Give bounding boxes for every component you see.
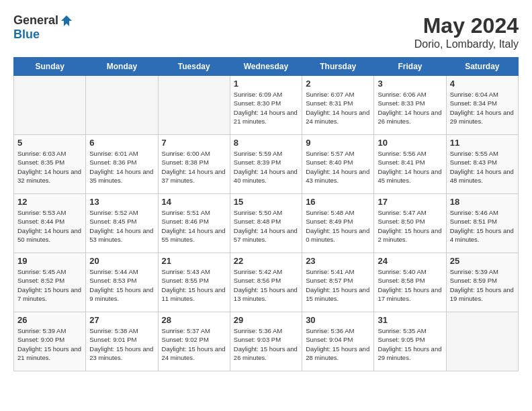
logo-icon (60, 14, 73, 28)
calendar-cell: 17Sunrise: 5:47 AM Sunset: 8:50 PM Dayli… (374, 194, 446, 253)
day-number: 30 (306, 315, 370, 325)
calendar-cell: 26Sunrise: 5:39 AM Sunset: 9:00 PM Dayli… (14, 312, 86, 371)
calendar-cell: 19Sunrise: 5:45 AM Sunset: 8:52 PM Dayli… (14, 253, 86, 312)
svg-marker-0 (61, 15, 72, 26)
location-title: Dorio, Lombardy, Italy (414, 38, 519, 50)
calendar-week-row: 26Sunrise: 5:39 AM Sunset: 9:00 PM Dayli… (14, 312, 519, 371)
calendar-cell: 10Sunrise: 5:56 AM Sunset: 8:41 PM Dayli… (374, 135, 446, 194)
calendar-week-row: 19Sunrise: 5:45 AM Sunset: 8:52 PM Dayli… (14, 253, 519, 312)
day-number: 11 (450, 138, 515, 148)
day-number: 22 (234, 256, 298, 266)
day-info: Sunrise: 5:51 AM Sunset: 8:46 PM Dayligh… (162, 208, 226, 244)
day-info: Sunrise: 5:52 AM Sunset: 8:45 PM Dayligh… (89, 208, 154, 244)
day-number: 31 (378, 315, 442, 325)
day-info: Sunrise: 5:53 AM Sunset: 8:44 PM Dayligh… (17, 208, 82, 244)
day-info: Sunrise: 5:39 AM Sunset: 9:00 PM Dayligh… (17, 326, 82, 362)
calendar-cell: 31Sunrise: 5:35 AM Sunset: 9:05 PM Dayli… (374, 312, 446, 371)
day-number: 18 (450, 197, 515, 207)
day-info: Sunrise: 5:36 AM Sunset: 9:03 PM Dayligh… (234, 326, 298, 362)
calendar-cell: 9Sunrise: 5:57 AM Sunset: 8:40 PM Daylig… (302, 135, 374, 194)
day-number: 6 (89, 138, 154, 148)
day-info: Sunrise: 5:37 AM Sunset: 9:02 PM Dayligh… (162, 326, 226, 362)
calendar-cell: 3Sunrise: 6:06 AM Sunset: 8:33 PM Daylig… (374, 76, 446, 135)
day-info: Sunrise: 5:55 AM Sunset: 8:43 PM Dayligh… (450, 149, 515, 185)
day-info: Sunrise: 5:48 AM Sunset: 8:49 PM Dayligh… (306, 208, 370, 244)
day-info: Sunrise: 5:50 AM Sunset: 8:48 PM Dayligh… (234, 208, 298, 244)
day-number: 25 (450, 256, 515, 266)
day-info: Sunrise: 6:03 AM Sunset: 8:35 PM Dayligh… (17, 149, 82, 185)
weekday-header-sunday: Sunday (14, 58, 86, 76)
calendar-week-row: 5Sunrise: 6:03 AM Sunset: 8:35 PM Daylig… (14, 135, 519, 194)
calendar-cell: 27Sunrise: 5:38 AM Sunset: 9:01 PM Dayli… (86, 312, 158, 371)
title-area: May 2024 Dorio, Lombardy, Italy (414, 13, 519, 50)
logo-general: General (13, 13, 58, 28)
calendar-week-row: 1Sunrise: 6:09 AM Sunset: 8:30 PM Daylig… (14, 76, 519, 135)
calendar-cell: 29Sunrise: 5:36 AM Sunset: 9:03 PM Dayli… (230, 312, 302, 371)
day-info: Sunrise: 5:45 AM Sunset: 8:52 PM Dayligh… (17, 267, 82, 303)
calendar-cell: 30Sunrise: 5:36 AM Sunset: 9:04 PM Dayli… (302, 312, 374, 371)
calendar-table: SundayMondayTuesdayWednesdayThursdayFrid… (13, 57, 519, 371)
calendar-cell: 2Sunrise: 6:07 AM Sunset: 8:31 PM Daylig… (302, 76, 374, 135)
weekday-header-thursday: Thursday (302, 58, 374, 76)
day-number: 21 (162, 256, 226, 266)
logo-blue: Blue (13, 28, 40, 41)
calendar-cell: 22Sunrise: 5:42 AM Sunset: 8:56 PM Dayli… (230, 253, 302, 312)
calendar-cell: 4Sunrise: 6:04 AM Sunset: 8:34 PM Daylig… (446, 76, 518, 135)
day-info: Sunrise: 5:46 AM Sunset: 8:51 PM Dayligh… (450, 208, 515, 244)
day-info: Sunrise: 5:43 AM Sunset: 8:55 PM Dayligh… (162, 267, 226, 303)
logo: General Blue (13, 13, 73, 42)
page-header: General Blue May 2024 Dorio, Lombardy, I… (13, 13, 519, 50)
calendar-cell: 23Sunrise: 5:41 AM Sunset: 8:57 PM Dayli… (302, 253, 374, 312)
day-number: 8 (234, 138, 298, 148)
day-number: 19 (17, 256, 82, 266)
day-info: Sunrise: 6:07 AM Sunset: 8:31 PM Dayligh… (306, 90, 370, 126)
day-number: 28 (162, 315, 226, 325)
day-info: Sunrise: 6:04 AM Sunset: 8:34 PM Dayligh… (450, 90, 515, 126)
day-number: 9 (306, 138, 370, 148)
day-number: 2 (306, 79, 370, 89)
day-info: Sunrise: 6:01 AM Sunset: 8:36 PM Dayligh… (89, 149, 154, 185)
calendar-cell: 13Sunrise: 5:52 AM Sunset: 8:45 PM Dayli… (86, 194, 158, 253)
day-info: Sunrise: 5:41 AM Sunset: 8:57 PM Dayligh… (306, 267, 370, 303)
day-number: 10 (378, 138, 442, 148)
calendar-cell (14, 76, 86, 135)
day-number: 24 (378, 256, 442, 266)
day-info: Sunrise: 5:44 AM Sunset: 8:53 PM Dayligh… (89, 267, 154, 303)
weekday-header-row: SundayMondayTuesdayWednesdayThursdayFrid… (14, 58, 519, 76)
calendar-cell: 18Sunrise: 5:46 AM Sunset: 8:51 PM Dayli… (446, 194, 518, 253)
day-number: 29 (234, 315, 298, 325)
calendar-week-row: 12Sunrise: 5:53 AM Sunset: 8:44 PM Dayli… (14, 194, 519, 253)
weekday-header-wednesday: Wednesday (230, 58, 302, 76)
weekday-header-saturday: Saturday (446, 58, 518, 76)
calendar-cell: 21Sunrise: 5:43 AM Sunset: 8:55 PM Dayli… (158, 253, 230, 312)
calendar-cell: 12Sunrise: 5:53 AM Sunset: 8:44 PM Dayli… (14, 194, 86, 253)
calendar-cell: 6Sunrise: 6:01 AM Sunset: 8:36 PM Daylig… (86, 135, 158, 194)
calendar-cell: 1Sunrise: 6:09 AM Sunset: 8:30 PM Daylig… (230, 76, 302, 135)
calendar-cell: 11Sunrise: 5:55 AM Sunset: 8:43 PM Dayli… (446, 135, 518, 194)
day-info: Sunrise: 6:06 AM Sunset: 8:33 PM Dayligh… (378, 90, 442, 126)
day-number: 26 (17, 315, 82, 325)
day-info: Sunrise: 5:35 AM Sunset: 9:05 PM Dayligh… (378, 326, 442, 362)
day-info: Sunrise: 5:39 AM Sunset: 8:59 PM Dayligh… (450, 267, 515, 303)
calendar-cell: 28Sunrise: 5:37 AM Sunset: 9:02 PM Dayli… (158, 312, 230, 371)
calendar-cell: 24Sunrise: 5:40 AM Sunset: 8:58 PM Dayli… (374, 253, 446, 312)
calendar-cell (446, 312, 518, 371)
day-number: 15 (234, 197, 298, 207)
day-number: 16 (306, 197, 370, 207)
day-info: Sunrise: 5:47 AM Sunset: 8:50 PM Dayligh… (378, 208, 442, 244)
day-number: 13 (89, 197, 154, 207)
day-info: Sunrise: 6:00 AM Sunset: 8:38 PM Dayligh… (162, 149, 226, 185)
day-number: 20 (89, 256, 154, 266)
day-info: Sunrise: 5:36 AM Sunset: 9:04 PM Dayligh… (306, 326, 370, 362)
weekday-header-tuesday: Tuesday (158, 58, 230, 76)
day-info: Sunrise: 5:57 AM Sunset: 8:40 PM Dayligh… (306, 149, 370, 185)
day-number: 1 (234, 79, 298, 89)
day-number: 7 (162, 138, 226, 148)
day-info: Sunrise: 5:38 AM Sunset: 9:01 PM Dayligh… (89, 326, 154, 362)
day-info: Sunrise: 6:09 AM Sunset: 8:30 PM Dayligh… (234, 90, 298, 126)
day-info: Sunrise: 5:40 AM Sunset: 8:58 PM Dayligh… (378, 267, 442, 303)
day-number: 17 (378, 197, 442, 207)
weekday-header-monday: Monday (86, 58, 158, 76)
day-number: 14 (162, 197, 226, 207)
month-title: May 2024 (414, 13, 519, 38)
